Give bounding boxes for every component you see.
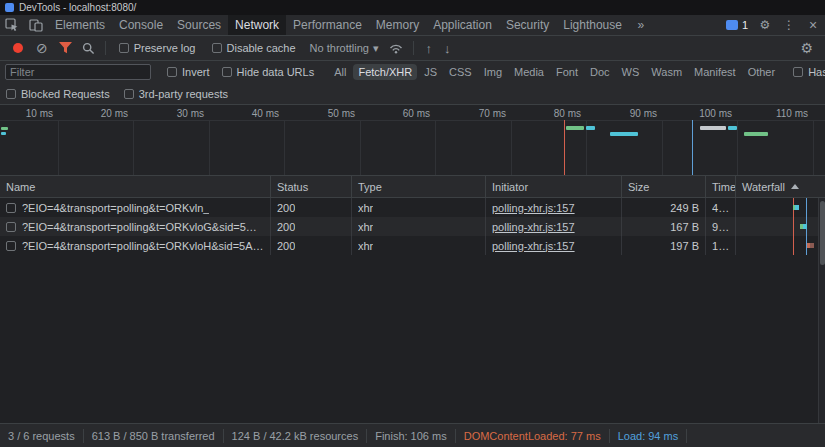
column-header-initiator[interactable]: Initiator <box>486 176 622 197</box>
initiator-link[interactable]: polling-xhr.js:157 <box>492 221 575 233</box>
throttling-value: No throttling <box>310 42 369 54</box>
scrollbar-thumb[interactable] <box>820 201 825 265</box>
checkbox-icon[interactable] <box>222 67 232 77</box>
request-type: xhr <box>358 221 373 233</box>
import-har-icon[interactable]: ↑ <box>419 42 438 55</box>
filter-type-doc[interactable]: Doc <box>585 64 615 80</box>
throttling-select[interactable]: No throttling ▾ <box>310 42 379 55</box>
export-har-icon[interactable]: ↓ <box>438 42 457 55</box>
issues-badge[interactable]: 1 <box>721 19 753 31</box>
row-checkbox[interactable] <box>6 222 16 232</box>
checkbox-icon[interactable] <box>212 43 222 53</box>
vertical-scrollbar[interactable] <box>818 198 825 423</box>
filter-type-font[interactable]: Font <box>551 64 583 80</box>
table-row[interactable]: ?EIO=4&transport=polling&t=ORKvloH&sid=5… <box>0 236 825 255</box>
tab-lighthouse[interactable]: Lighthouse <box>556 15 629 35</box>
request-waterfall-cell <box>736 236 825 255</box>
checkbox-icon[interactable] <box>124 89 134 99</box>
column-header-label: Type <box>358 181 382 193</box>
invert-checkbox[interactable]: Invert <box>167 66 210 78</box>
filter-type-media[interactable]: Media <box>509 64 549 80</box>
checkbox-icon[interactable] <box>119 43 129 53</box>
sort-indicator-icon <box>791 184 799 189</box>
clear-requests-icon[interactable]: ⊘ <box>30 41 54 55</box>
blocked-requests-checkbox[interactable]: Blocked Requests <box>6 88 110 100</box>
overview-waterfall-bar <box>1 132 6 135</box>
request-time: 9 ms <box>712 221 729 233</box>
ruler-gridline <box>813 120 814 175</box>
network-settings-gear-icon[interactable]: ⚙ <box>794 41 819 55</box>
inspect-element-icon[interactable] <box>0 15 24 35</box>
filter-type-js[interactable]: JS <box>419 64 442 80</box>
has-blocked-cookies-checkbox[interactable]: Has blocked cookies <box>793 66 825 78</box>
window-titlebar: DevTools - localhost:8080/ <box>0 0 825 15</box>
filter-funnel-icon[interactable] <box>54 42 77 54</box>
tab-memory[interactable]: Memory <box>369 15 426 35</box>
hide-data-urls-checkbox[interactable]: Hide data URLs <box>222 66 315 78</box>
network-toolbar: ⊘ Preserve log Disable cache No throttli… <box>0 36 825 61</box>
record-button[interactable] <box>13 43 23 53</box>
tab-network[interactable]: Network <box>228 15 286 35</box>
filter-type-ws[interactable]: WS <box>617 64 645 80</box>
tab-security[interactable]: Security <box>499 15 556 35</box>
ruler-gridline <box>284 120 285 175</box>
filter-type-manifest[interactable]: Manifest <box>689 64 741 80</box>
settings-gear-icon[interactable]: ⚙ <box>753 18 777 32</box>
request-initiator-cell: polling-xhr.js:157 <box>486 217 622 236</box>
preserve-log-checkbox[interactable]: Preserve log <box>119 42 196 54</box>
request-name-cell[interactable]: ?EIO=4&transport=polling&t=ORKvloG&sid=5… <box>0 217 271 236</box>
filter-input[interactable] <box>5 64 151 80</box>
column-header-size[interactable]: Size <box>622 176 706 197</box>
checkbox-icon[interactable] <box>793 67 803 77</box>
more-tabs-button[interactable]: » <box>629 15 653 35</box>
load-marker <box>692 120 693 175</box>
column-header-label: Size <box>628 181 649 193</box>
device-toolbar-icon[interactable] <box>24 15 48 35</box>
request-name-cell[interactable]: ?EIO=4&transport=polling&t=ORKvloH&sid=5… <box>0 236 271 255</box>
row-checkbox[interactable] <box>6 241 16 251</box>
column-header-name[interactable]: Name <box>0 176 271 197</box>
network-conditions-icon[interactable] <box>384 42 408 54</box>
overview-waterfall-bar <box>728 126 737 130</box>
column-header-type[interactable]: Type <box>352 176 486 197</box>
overview-waterfall-bar <box>744 132 768 136</box>
more-options-icon[interactable]: ⋮ <box>777 18 801 32</box>
tab-sources[interactable]: Sources <box>170 15 228 35</box>
row-checkbox[interactable] <box>6 203 16 213</box>
network-table-header: NameStatusTypeInitiatorSizeTimeWaterfall <box>0 176 825 198</box>
devtools-window: DevTools - localhost:8080/ ElementsConso… <box>0 0 825 447</box>
tab-application[interactable]: Application <box>426 15 499 35</box>
checkbox-icon[interactable] <box>6 89 16 99</box>
third-party-requests-checkbox[interactable]: 3rd-party requests <box>124 88 228 100</box>
initiator-link[interactable]: polling-xhr.js:157 <box>492 202 575 214</box>
filter-type-all[interactable]: All <box>329 64 351 80</box>
tab-performance[interactable]: Performance <box>286 15 369 35</box>
filter-type-wasm[interactable]: Wasm <box>646 64 687 80</box>
request-size-cell: 249 B <box>622 198 706 217</box>
ruler-tick-label: 80 ms <box>554 108 581 119</box>
request-name-cell[interactable]: ?EIO=4&transport=polling&t=ORKvln_ <box>0 198 271 217</box>
close-devtools-icon[interactable]: × <box>801 17 825 33</box>
column-header-time[interactable]: Time <box>706 176 736 197</box>
column-header-waterfall[interactable]: Waterfall <box>736 176 825 197</box>
checkbox-icon[interactable] <box>167 67 177 77</box>
table-row[interactable]: ?EIO=4&transport=polling&t=ORKvloG&sid=5… <box>0 217 825 236</box>
filter-type-css[interactable]: CSS <box>444 64 477 80</box>
request-name: ?EIO=4&transport=polling&t=ORKvln_ <box>22 202 209 214</box>
tab-console[interactable]: Console <box>112 15 170 35</box>
filter-type-fetch-xhr[interactable]: Fetch/XHR <box>353 64 417 80</box>
filter-type-img[interactable]: Img <box>479 64 507 80</box>
tab-elements[interactable]: Elements <box>48 15 112 35</box>
toolbar-divider <box>105 41 106 55</box>
table-row[interactable]: ?EIO=4&transport=polling&t=ORKvln_200xhr… <box>0 198 825 217</box>
overview-waterfall-bar <box>586 126 595 130</box>
overview-band[interactable]: 10 ms20 ms30 ms40 ms50 ms60 ms70 ms80 ms… <box>0 105 825 176</box>
column-header-status[interactable]: Status <box>271 176 352 197</box>
disable-cache-checkbox[interactable]: Disable cache <box>212 42 296 54</box>
ruler-tick-label: 40 ms <box>252 108 279 119</box>
filter-type-other[interactable]: Other <box>743 64 781 80</box>
overview-waterfall-bar <box>700 126 726 130</box>
status-item: Load: 94 ms <box>610 429 688 443</box>
search-icon[interactable] <box>77 42 100 55</box>
initiator-link[interactable]: polling-xhr.js:157 <box>492 240 575 252</box>
